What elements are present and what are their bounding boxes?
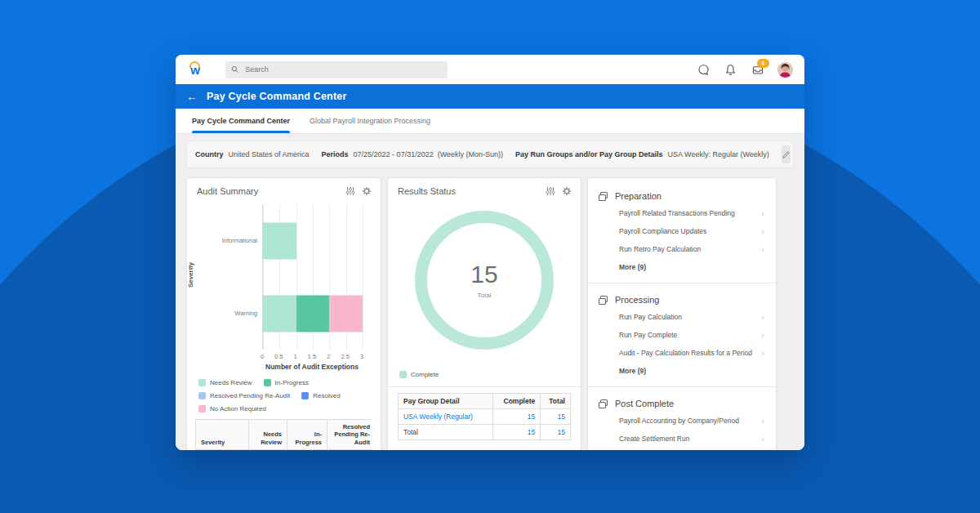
- x-axis-label: Number of Audit Exceptions: [262, 363, 362, 371]
- results-status-card: Results Status 15 Total: [387, 177, 581, 450]
- pencil-icon: [782, 150, 791, 159]
- x-tick-label: 2: [327, 353, 330, 360]
- task-link[interactable]: Run Pay Complete›: [598, 326, 766, 344]
- divider: [588, 283, 776, 283]
- task-label: Run Pay Calculation: [619, 313, 682, 321]
- more-link[interactable]: More (9): [598, 258, 766, 276]
- topbar-icons: 8: [697, 62, 793, 78]
- legend-item: Resolved Pending Re-Audit: [198, 392, 290, 399]
- table-header-row: Pay Group DetailCompleteTotal: [399, 394, 571, 409]
- task-panel-card: PreparationPayroll Related Transactions …: [587, 177, 777, 450]
- legend-label: Resolved Pending Re-Audit: [210, 392, 290, 399]
- inbox-tasks-icon[interactable]: 8: [751, 63, 764, 77]
- pay-group-detail-table: Pay Group DetailCompleteTotal USA Weekly…: [398, 393, 571, 440]
- dashboard-cards: Audit Summary Severity InformationalWarn…: [186, 177, 794, 450]
- table-link[interactable]: 15: [493, 425, 541, 440]
- donut-total-label: Total: [478, 292, 492, 299]
- filter-pay-run-groups: Pay Run Groups and/or Pay Group Details …: [515, 150, 769, 158]
- task-label: Create Settlement Run: [619, 435, 689, 443]
- chevron-right-icon: ›: [761, 227, 766, 236]
- workday-logo[interactable]: w: [187, 60, 203, 78]
- back-arrow-icon[interactable]: ←: [186, 91, 198, 102]
- chart-settings-sliders-icon[interactable]: [545, 185, 555, 196]
- column-header: In-Progress: [287, 420, 327, 450]
- donut-total-value: 15: [470, 262, 497, 287]
- task-link[interactable]: Payroll Accounting by Company/Period›: [598, 412, 766, 430]
- edit-filters-button[interactable]: [782, 145, 791, 163]
- audit-xticks: 00.511.522.53: [262, 353, 362, 361]
- y-category-label: Informational: [187, 204, 257, 277]
- task-link[interactable]: Run Retro Pay Calculation›: [598, 240, 766, 258]
- task-section: ProcessingRun Pay Calculation›Run Pay Co…: [588, 285, 776, 385]
- stacked-windows-icon: [598, 399, 608, 409]
- task-label: Run Retro Pay Calculation: [619, 245, 701, 253]
- filter-label: Pay Run Groups and/or Pay Group Details: [515, 150, 663, 158]
- page-title: Pay Cycle Command Center: [207, 91, 347, 102]
- section-title: Processing: [615, 295, 659, 305]
- search-input[interactable]: [243, 65, 442, 74]
- audit-exceptions-table: SeverityNeeds ReviewIn-ProgressResolved …: [195, 419, 372, 450]
- donut-ring[interactable]: 15 Total: [415, 211, 554, 350]
- task-link[interactable]: Payroll Related Transactions Pending›: [598, 204, 766, 222]
- section-title-row: Preparation: [598, 188, 766, 204]
- task-panel-body: PreparationPayroll Related Transactions …: [588, 178, 776, 450]
- legend-swatch: [198, 392, 206, 399]
- tab-label: Global Payroll Integration Processing: [310, 117, 430, 125]
- task-link[interactable]: Audit - Pay Calculation Results for a Pe…: [598, 344, 766, 362]
- task-label: Audit - Pay Calculation Results for a Pe…: [619, 349, 752, 357]
- bar-row: [263, 277, 363, 350]
- gear-icon[interactable]: [561, 185, 572, 196]
- divider: [588, 386, 776, 387]
- legend-swatch: [264, 379, 271, 386]
- card-title: Results Status: [398, 186, 456, 196]
- page-header: ← Pay Cycle Command Center: [176, 84, 804, 109]
- table-row: USA Weekly (Regular)1515: [399, 409, 571, 425]
- legend-swatch: [301, 392, 309, 399]
- legend-swatch: [198, 379, 206, 386]
- legend-label: In-Progress: [275, 379, 309, 386]
- table-link[interactable]: USA Weekly (Regular): [399, 409, 493, 425]
- audit-table-wrap: SeverityNeeds ReviewIn-ProgressResolved …: [195, 419, 372, 450]
- chat-icon[interactable]: [697, 63, 710, 77]
- active-tab-underline: [192, 131, 290, 133]
- audit-ylabels: InformationalWarning: [187, 204, 257, 350]
- bar-segment[interactable]: [296, 295, 330, 332]
- content-area: Country United States of America Periods…: [176, 134, 804, 450]
- legend-item: In-Progress: [264, 379, 309, 386]
- task-link[interactable]: Run Pay Calculation›: [598, 308, 766, 326]
- filter-value: United States of America: [229, 150, 310, 158]
- bar-segment[interactable]: [263, 295, 296, 332]
- task-link[interactable]: Create Settlement Run›: [598, 430, 766, 448]
- more-link[interactable]: More (9): [598, 362, 766, 380]
- table-row: Total1515: [399, 425, 571, 440]
- table-link[interactable]: 15: [541, 409, 571, 425]
- tab-global-payroll-integration-processing[interactable]: Global Payroll Integration Processing: [310, 109, 430, 133]
- table-link[interactable]: 15: [541, 425, 571, 440]
- filter-label: Country: [195, 150, 224, 158]
- search-icon: [231, 65, 238, 74]
- x-tick-label: 0: [261, 353, 264, 360]
- tab-pay-cycle-command-center[interactable]: Pay Cycle Command Center: [192, 109, 290, 133]
- notifications-bell-icon[interactable]: [724, 63, 737, 77]
- bar-segment[interactable]: [263, 222, 296, 259]
- chart-settings-sliders-icon[interactable]: [345, 185, 355, 196]
- filter-label: Periods: [322, 150, 349, 158]
- legend-swatch: [198, 405, 206, 413]
- chevron-right-icon: ›: [761, 331, 766, 340]
- column-header: Needs Review: [249, 420, 287, 450]
- x-tick-label: 1: [294, 353, 297, 360]
- stacked-windows-icon: [598, 191, 608, 202]
- tab-bar: Pay Cycle Command Center Global Payroll …: [176, 109, 804, 134]
- task-label: Payroll Related Transactions Pending: [619, 209, 735, 217]
- table-link[interactable]: 15: [493, 409, 541, 425]
- divider: [388, 386, 581, 387]
- task-link[interactable]: Payroll Compliance Updates›: [598, 222, 766, 240]
- task-label: More (9): [619, 367, 646, 375]
- search-bar[interactable]: [225, 61, 448, 78]
- column-header: Total: [541, 394, 571, 409]
- chevron-right-icon: ›: [761, 349, 766, 358]
- gear-icon[interactable]: [361, 185, 372, 196]
- avatar[interactable]: [777, 62, 793, 78]
- task-link[interactable]: Settlement›: [598, 448, 766, 450]
- bar-segment[interactable]: [329, 295, 363, 332]
